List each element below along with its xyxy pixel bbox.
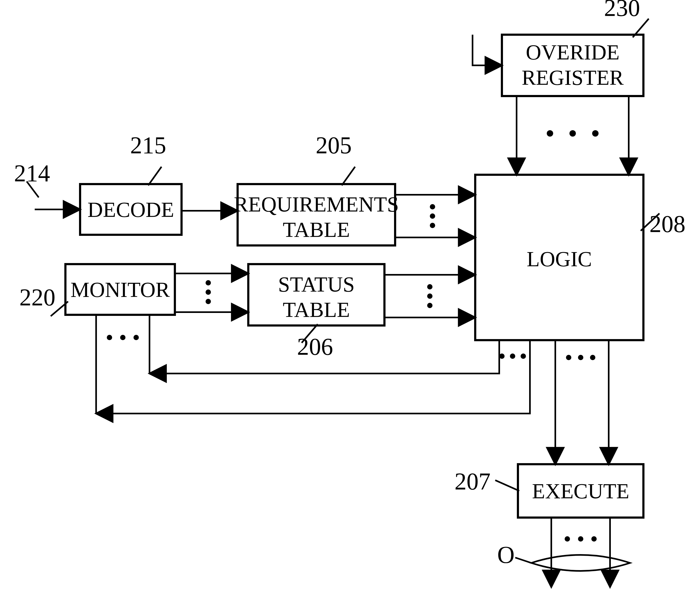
dots-feedback-2 [510,354,515,359]
status-ref-label: 206 [297,334,333,360]
output-o-tick [515,558,531,563]
dots-exec-out-2 [578,536,583,542]
dots-req-logic-2 [430,213,435,219]
dots-logic-exec-3 [590,355,595,360]
monitor-label: MONITOR [71,278,170,302]
decode-label: DECODE [88,198,174,222]
output-o-label: O [497,542,515,568]
dots-mon-stat-3 [205,299,211,304]
logic-ref-label: 208 [650,211,685,237]
dots-mon-stat-2 [205,289,211,295]
dots-ovr-logic-3 [592,130,599,137]
dots-req-logic-1 [430,204,435,209]
dots-monitor-fb-1 [107,335,112,340]
override-register-label-1: OVERIDE [526,41,619,64]
dots-exec-out-1 [565,536,570,542]
monitor-ref-label: 220 [20,284,55,311]
status-label-1: STATUS [278,273,355,296]
dots-monitor-fb-3 [133,335,139,340]
input-214-label: 214 [14,160,50,186]
dots-feedback-3 [521,354,526,359]
execute-ref-label: 207 [455,468,491,495]
dots-logic-exec-2 [578,355,583,360]
dots-mon-stat-1 [205,280,211,285]
dots-feedback-1 [499,354,505,359]
dots-ovr-logic-2 [570,130,576,137]
dots-stat-logic-1 [427,284,432,289]
dots-ovr-logic-1 [547,130,553,137]
dots-stat-logic-2 [427,293,432,299]
output-ellipse [531,555,630,571]
logic-label: LOGIC [527,247,592,271]
requirements-label-1: REQUIREMENTS [234,192,399,216]
status-label-2: TABLE [283,298,350,321]
override-register-label-2: REGISTER [522,66,624,89]
dots-exec-out-3 [591,536,597,542]
override-ref-label: 230 [604,0,640,21]
decode-ref-label: 215 [130,132,166,158]
requirements-ref-tick [342,167,355,185]
execute-ref-tick [495,480,519,491]
dots-monitor-fb-2 [120,335,125,340]
requirements-ref-label: 205 [316,132,352,158]
dots-logic-exec-1 [566,355,571,360]
override-input-arrow [473,35,502,66]
dots-stat-logic-3 [427,303,432,308]
requirements-label-2: TABLE [283,218,350,241]
dots-req-logic-3 [430,223,435,228]
execute-label: EXECUTE [532,480,629,503]
diagram-canvas: OVERIDE REGISTER 230 LOGIC 208 DECODE 21… [0,0,700,596]
decode-ref-tick [148,167,161,185]
